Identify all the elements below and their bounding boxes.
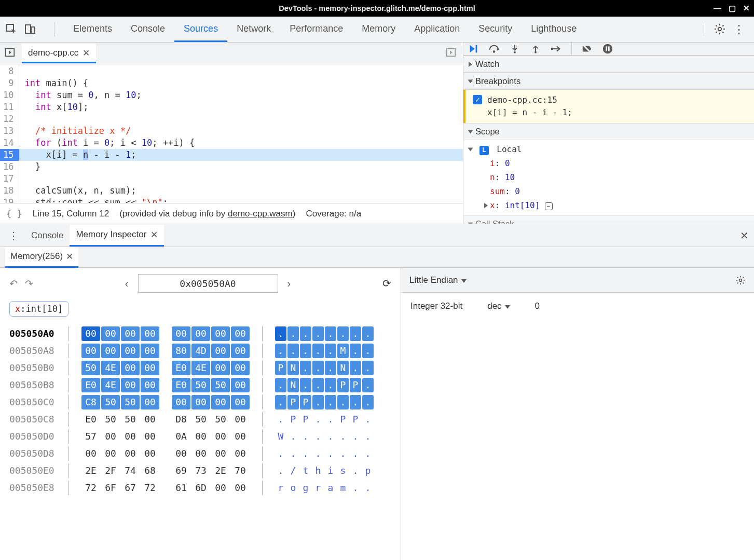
memory-ascii-cell[interactable]: P	[300, 395, 311, 409]
memory-ascii-cell[interactable]: a	[325, 481, 336, 495]
memory-ascii-cell[interactable]: .	[312, 446, 324, 461]
memory-ascii-cell[interactable]: N	[287, 361, 299, 375]
memory-ascii-cell[interactable]: P	[287, 395, 299, 409]
memory-ascii-cell[interactable]: .	[350, 395, 361, 409]
code-line[interactable]: x[i] = n - i - 1;	[19, 149, 463, 161]
memory-ascii-cell[interactable]: .	[350, 361, 361, 375]
nav-tab-lighthouse[interactable]: Lighthouse	[522, 17, 586, 42]
memory-byte[interactable]: 00	[211, 481, 230, 495]
memory-ascii-cell[interactable]: .	[337, 326, 349, 341]
scope-section-header[interactable]: Scope	[463, 123, 754, 140]
memory-byte[interactable]: 61	[172, 481, 190, 495]
memory-byte[interactable]: 00	[81, 446, 100, 461]
memory-byte[interactable]: 00	[121, 361, 140, 375]
memory-byte[interactable]: 00	[231, 378, 250, 392]
memory-ascii-cell[interactable]: h	[312, 463, 324, 478]
memory-byte[interactable]: 73	[191, 463, 210, 478]
memory-ascii-cell[interactable]: P	[275, 361, 286, 375]
memory-ascii-cell[interactable]: P	[350, 412, 361, 427]
memory-ascii-cell[interactable]: .	[275, 344, 286, 358]
code-line[interactable]: calcSum(x, n, sum);	[19, 185, 463, 197]
memory-byte[interactable]: 70	[231, 463, 250, 478]
memory-byte[interactable]: 00	[141, 326, 159, 341]
memory-byte[interactable]: 50	[121, 412, 140, 427]
memory-ascii-cell[interactable]: .	[300, 344, 311, 358]
memory-byte[interactable]: 50	[101, 412, 120, 427]
memory-byte[interactable]: 00	[172, 446, 190, 461]
memory-ascii-cell[interactable]: .	[300, 378, 311, 392]
memory-byte[interactable]: 6F	[101, 481, 120, 495]
breakpoints-section-header[interactable]: Breakpoints	[463, 73, 754, 90]
drawer-tab-memory-inspector[interactable]: Memory Inspector✕	[70, 225, 164, 247]
memory-ascii-cell[interactable]: .	[325, 412, 336, 427]
memory-byte[interactable]: 00	[121, 378, 140, 392]
memory-ascii-cell[interactable]: .	[325, 395, 336, 409]
memory-ascii-cell[interactable]: P	[300, 412, 311, 427]
memory-byte[interactable]: 4E	[101, 378, 120, 392]
memory-ascii-cell[interactable]: .	[350, 481, 361, 495]
memory-ascii-cell[interactable]: .	[362, 429, 374, 444]
memory-byte[interactable]: 69	[172, 463, 190, 478]
memory-byte[interactable]: 72	[81, 481, 100, 495]
memory-byte[interactable]: 00	[101, 446, 120, 461]
memory-ascii-cell[interactable]: .	[275, 412, 286, 427]
scope-variable-row[interactable]: x: int[10] ⋯	[484, 198, 749, 213]
memory-ascii-cell[interactable]: .	[362, 326, 374, 341]
memory-byte[interactable]: 00	[231, 344, 250, 358]
nav-tab-performance[interactable]: Performance	[280, 17, 352, 42]
code-line[interactable]	[19, 173, 463, 185]
pretty-print-icon[interactable]: { }	[6, 209, 22, 219]
memory-ascii-cell[interactable]: g	[300, 481, 311, 495]
drawer-menu-icon[interactable]: ⋮	[5, 229, 22, 242]
memory-byte[interactable]: E0	[172, 378, 190, 392]
memory-byte[interactable]: 00	[231, 361, 250, 375]
memory-byte[interactable]: 00	[141, 446, 159, 461]
memory-ascii-cell[interactable]: .	[362, 412, 374, 427]
memory-byte[interactable]: 4D	[191, 344, 210, 358]
memory-byte[interactable]: E0	[81, 378, 100, 392]
memory-ascii-cell[interactable]: p	[362, 463, 374, 478]
memory-byte[interactable]: 00	[101, 344, 120, 358]
memory-ascii-cell[interactable]: .	[337, 429, 349, 444]
memory-ascii-cell[interactable]: .	[300, 429, 311, 444]
scope-variable-row[interactable]: i: 0	[484, 156, 749, 170]
memory-byte[interactable]: 00	[121, 429, 140, 444]
memory-ascii-cell[interactable]: .	[350, 446, 361, 461]
wasm-link[interactable]: demo-cpp.wasm	[228, 209, 293, 218]
navigator-toggle-icon[interactable]	[4, 47, 18, 60]
memory-byte[interactable]: 00	[211, 429, 230, 444]
memory-byte[interactable]: 00	[231, 326, 250, 341]
memory-byte[interactable]: 00	[81, 326, 100, 341]
nav-tab-memory[interactable]: Memory	[352, 17, 405, 42]
memory-ascii-cell[interactable]: P	[337, 378, 349, 392]
close-drawer-tab-icon[interactable]: ✕	[150, 229, 158, 240]
memory-ascii-cell[interactable]: .	[350, 344, 361, 358]
scope-local-row[interactable]: L Local	[469, 142, 749, 156]
memory-ascii-cell[interactable]: P	[337, 412, 349, 427]
memory-ascii-cell[interactable]: .	[325, 378, 336, 392]
memory-ascii-cell[interactable]: .	[325, 361, 336, 375]
watch-section-header[interactable]: Watch	[463, 56, 754, 73]
memory-byte[interactable]: 50	[211, 378, 230, 392]
memory-ascii-cell[interactable]: .	[287, 429, 299, 444]
memory-ascii-cell[interactable]: .	[325, 446, 336, 461]
memory-byte[interactable]: 00	[191, 326, 210, 341]
scope-variable-row[interactable]: n: 10	[484, 170, 749, 184]
memory-byte[interactable]: 67	[121, 481, 140, 495]
memory-byte[interactable]: 00	[141, 395, 159, 409]
reveal-in-memory-icon[interactable]: ⋯	[545, 202, 553, 210]
scope-variable-row[interactable]: sum: 0	[484, 184, 749, 198]
memory-byte[interactable]: 2E	[211, 463, 230, 478]
memory-byte[interactable]: 00	[121, 326, 140, 341]
step-over-icon[interactable]	[488, 43, 500, 54]
nav-tab-sources[interactable]: Sources	[174, 17, 227, 42]
memory-ascii-cell[interactable]: .	[275, 378, 286, 392]
memory-ascii-cell[interactable]: r	[312, 481, 324, 495]
next-page-icon[interactable]: ›	[287, 278, 291, 290]
memory-byte[interactable]: 0A	[172, 429, 190, 444]
memory-ascii-cell[interactable]: P	[287, 412, 299, 427]
memory-byte[interactable]: 00	[191, 395, 210, 409]
memory-ascii-cell[interactable]: o	[287, 481, 299, 495]
nav-tab-application[interactable]: Application	[405, 17, 469, 42]
more-menu-icon[interactable]: ⋮	[729, 23, 749, 36]
